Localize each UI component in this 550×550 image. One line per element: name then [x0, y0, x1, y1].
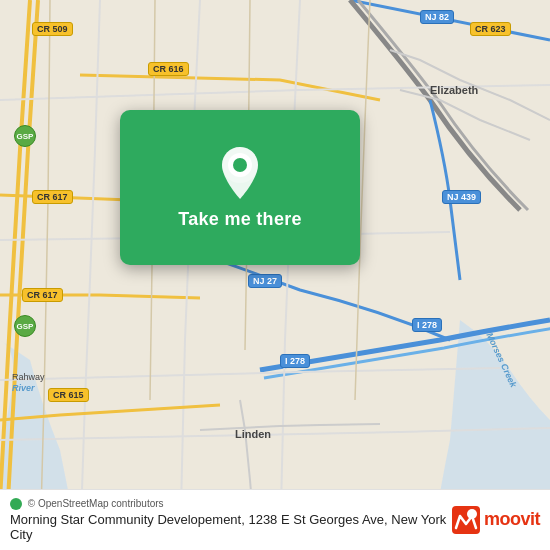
bottom-info: © OpenStreetMap contributors Morning Sta… — [10, 498, 452, 542]
bottom-bar: © OpenStreetMap contributors Morning Sta… — [0, 489, 550, 550]
take-me-there-button[interactable]: Take me there — [178, 209, 302, 230]
road-badge-cr617a: CR 617 — [32, 190, 73, 204]
road-badge-cr616: CR 616 — [148, 62, 189, 76]
road-badge-nj82: NJ 82 — [420, 10, 454, 24]
svg-rect-4 — [452, 506, 480, 534]
map-label-linden: Linden — [235, 428, 271, 440]
road-badge-cr509: CR 509 — [32, 22, 73, 36]
road-badge-gsp1: GSP — [14, 125, 36, 147]
cta-card: Take me there — [120, 110, 360, 265]
road-badge-cr623: CR 623 — [470, 22, 511, 36]
map-container: CR 509 NJ 82 CR 623 CR 616 GSP CR 617 NJ… — [0, 0, 550, 550]
osm-credit: © OpenStreetMap contributors — [10, 498, 452, 510]
moovit-icon-svg — [452, 506, 480, 534]
address-text: Morning Star Community Developement, 123… — [10, 512, 452, 542]
location-pin-icon — [217, 145, 263, 201]
moovit-brand-text: moovit — [484, 509, 540, 530]
svg-point-3 — [233, 158, 247, 172]
moovit-logo: moovit — [452, 506, 540, 534]
road-badge-i278b: I 278 — [280, 354, 310, 368]
osm-logo-icon — [10, 498, 22, 510]
road-badge-gsp2: GSP — [14, 315, 36, 337]
road-badge-nj27: NJ 27 — [248, 274, 282, 288]
map-label-elizabeth: Elizabeth — [430, 84, 478, 96]
osm-credit-text: © OpenStreetMap contributors — [28, 498, 164, 509]
map-label-rahway: Rahway — [12, 372, 45, 382]
road-badge-cr617b: CR 617 — [22, 288, 63, 302]
map-label-river: River — [12, 383, 35, 393]
road-badge-i278a: I 278 — [412, 318, 442, 332]
road-badge-cr615: CR 615 — [48, 388, 89, 402]
road-badge-nj439: NJ 439 — [442, 190, 481, 204]
